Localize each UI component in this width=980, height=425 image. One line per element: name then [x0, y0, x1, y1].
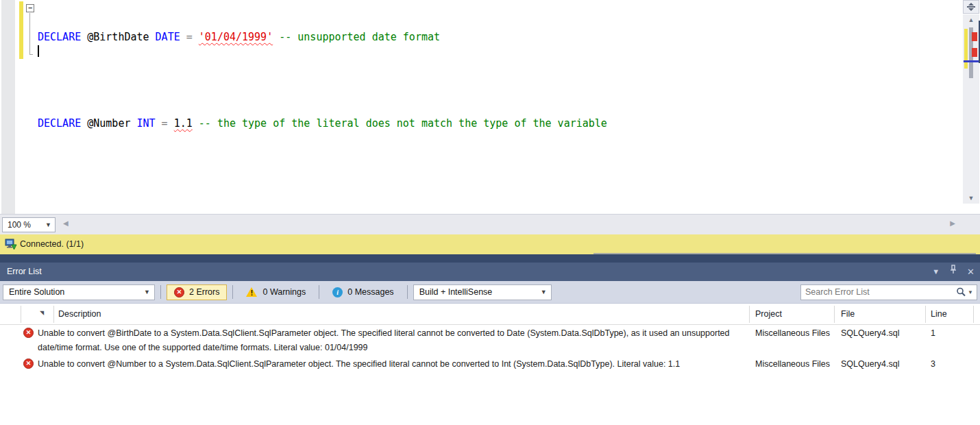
editor-splitter-handle[interactable] [963, 0, 979, 14]
code-line-2[interactable] [38, 73, 607, 88]
editor-bottom-bar: 100 % ▼ ◀ ▶ [0, 214, 980, 234]
messages-count-label: 0 Messages [347, 287, 393, 297]
column-header-line[interactable]: Line [931, 304, 947, 325]
breakpoint-margin[interactable] [1, 0, 15, 214]
error-project: Miscellaneous Files [755, 357, 832, 372]
zoom-level-value: 100 % [8, 220, 31, 230]
scroll-down-icon[interactable]: ▼ [963, 193, 979, 204]
scroll-up-icon[interactable]: ▲ [963, 14, 979, 25]
window-position-menu-icon[interactable]: ▼ [932, 263, 940, 281]
column-header-project[interactable]: Project [755, 304, 782, 325]
panel-title-text: Error List [7, 267, 42, 276]
code-area[interactable]: DECLARE @BirthDate DATE = '01/04/1999' -… [38, 1, 607, 160]
change-tracking-bar [19, 1, 23, 59]
scroll-left-icon[interactable]: ◀ [63, 219, 69, 227]
warnings-count-label: 0 Warnings [262, 287, 306, 297]
scrollbar-change-annotation [964, 29, 968, 69]
scrollbar-error-mark[interactable] [972, 48, 977, 57]
error-list-panel: Error List ▼ ✕ Entire Solution ▼ [0, 263, 980, 425]
scrollbar-caret-mark [964, 60, 979, 62]
sql-keyword: DATE [156, 31, 180, 43]
scope-filter-value: Entire Solution [9, 287, 64, 297]
chevron-down-icon: ▼ [541, 285, 547, 300]
errors-filter-button[interactable]: ✕ 2 Errors [167, 284, 227, 300]
text-caret [38, 45, 39, 57]
fold-guide-corner [29, 54, 33, 55]
severity-column-icon[interactable]: ◥ [40, 310, 44, 317]
code-fold-toggle[interactable]: − [26, 4, 34, 12]
vertical-scrollbar[interactable]: ▲ ▼ [961, 0, 980, 214]
sql-comment: -- unsupported date format [273, 31, 440, 43]
code-line-3[interactable]: DECLARE @Number INT = 1.1 -- the type of… [38, 117, 607, 131]
sql-keyword: INT [137, 117, 156, 130]
error-icon: ✕ [23, 359, 34, 369]
code-line-1[interactable]: DECLARE @BirthDate DATE = '01/04/1999' -… [38, 30, 607, 45]
chevron-down-icon[interactable]: ▼ [968, 289, 973, 295]
sql-variable: @Number [81, 117, 136, 130]
error-list-search[interactable]: ▼ [800, 284, 977, 300]
error-list-titlebar[interactable]: Error List ▼ ✕ [0, 263, 980, 281]
sql-editor[interactable]: − DECLARE @BirthDate DATE = '01/04/1999'… [0, 0, 980, 214]
column-separator[interactable] [21, 306, 21, 323]
toolbar-separator [319, 285, 319, 299]
error-icon: ✕ [23, 328, 34, 338]
sql-operator: = [156, 117, 174, 130]
error-row-2[interactable]: ✕ Unable to convert @Number to a System.… [0, 356, 980, 387]
fold-guide-line [29, 13, 30, 54]
toolbar-separator [407, 285, 408, 299]
sql-keyword: DECLARE [38, 31, 81, 43]
column-separator[interactable] [925, 306, 926, 323]
dock-separator [0, 254, 980, 263]
chevron-down-icon: ▼ [45, 218, 51, 232]
sql-variable: @BirthDate [81, 31, 155, 43]
connected-server-icon [5, 239, 17, 250]
column-header-description[interactable]: Description [58, 304, 101, 325]
ssms-window: − DECLARE @BirthDate DATE = '01/04/1999'… [0, 0, 980, 425]
connection-status-bar: Connected. (1/1) [0, 234, 980, 254]
error-line-number: 1 [931, 326, 965, 341]
error-line-number: 3 [931, 357, 965, 372]
error-list-toolbar: Entire Solution ▼ ✕ 2 Errors ! 0 Warning… [0, 281, 980, 304]
column-header-file[interactable]: File [841, 304, 855, 325]
column-separator[interactable] [749, 306, 750, 323]
column-separator[interactable] [53, 306, 54, 323]
source-filter-dropdown[interactable]: Build + IntelliSense ▼ [413, 284, 552, 300]
vertical-scrollbar-track[interactable]: ▲ ▼ [963, 14, 979, 204]
search-icon[interactable] [956, 287, 966, 297]
close-icon[interactable]: ✕ [967, 263, 975, 281]
sql-string-literal-error: '01/04/1999' [199, 31, 273, 43]
warning-icon: ! [246, 287, 258, 298]
column-separator[interactable] [834, 306, 835, 323]
search-input[interactable] [801, 287, 956, 297]
error-icon: ✕ [174, 287, 184, 298]
error-file: SQLQuery4.sql [841, 326, 922, 341]
toolbar-separator [160, 285, 161, 299]
scope-filter-dropdown[interactable]: Entire Solution ▼ [3, 284, 155, 300]
scroll-right-icon[interactable]: ▶ [950, 219, 955, 227]
error-grid-header: ◥ Description Project File Line [0, 304, 980, 325]
pin-icon[interactable] [949, 263, 957, 281]
column-separator[interactable] [973, 306, 974, 323]
error-file: SQLQuery4.sql [841, 357, 922, 372]
scrollbar-error-mark[interactable] [972, 32, 977, 41]
sql-keyword: DECLARE [38, 117, 81, 130]
error-description: Unable to convert @BirthDate to a System… [38, 326, 745, 355]
source-filter-value: Build + IntelliSense [419, 287, 493, 297]
chevron-down-icon: ▼ [144, 285, 150, 300]
messages-filter-button[interactable]: i 0 Messages [325, 284, 401, 300]
errors-count-label: 2 Errors [189, 287, 219, 297]
warnings-filter-button[interactable]: ! 0 Warnings [238, 284, 313, 300]
error-project: Miscellaneous Files [755, 326, 832, 341]
splitter-icon [966, 2, 976, 12]
sql-operator: = [180, 31, 199, 43]
sql-number-literal-error: 1.1 [174, 117, 193, 130]
info-icon: i [332, 287, 343, 298]
toolbar-separator [232, 285, 233, 299]
zoom-level-dropdown[interactable]: 100 % ▼ [2, 217, 56, 232]
connection-status-text: Connected. (1/1) [20, 234, 84, 254]
error-description: Unable to convert @Number to a System.Da… [38, 357, 745, 372]
error-row-1[interactable]: ✕ Unable to convert @BirthDate to a Syst… [0, 325, 980, 356]
sql-comment: -- the type of the literal does not matc… [193, 117, 607, 130]
